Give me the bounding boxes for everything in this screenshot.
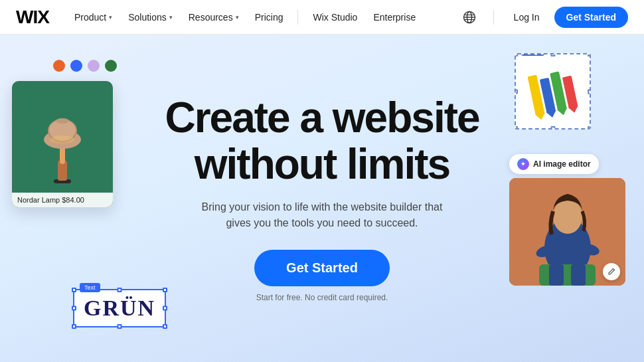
language-button[interactable] [459, 7, 480, 28]
navbar: WIX Product ▾ Solutions ▾ Resources ▾ Pr… [0, 0, 644, 35]
nav-item-solutions[interactable]: Solutions ▾ [121, 8, 179, 27]
image-box[interactable]: Image [515, 53, 591, 130]
nav-label-enterprise: Enterprise [373, 12, 416, 23]
color-dots [53, 60, 117, 72]
pencils-illustration [527, 67, 578, 115]
nav-actions: Log In Get Started [459, 7, 628, 28]
resize-handle-br[interactable] [163, 324, 167, 329]
dot-lavender [88, 60, 100, 72]
ai-photo [509, 178, 625, 286]
svg-rect-18 [539, 264, 596, 286]
resize-handle-ml[interactable] [72, 306, 76, 311]
handle-ml[interactable] [515, 89, 518, 94]
lamp-illustration [33, 101, 92, 187]
nav-item-enterprise[interactable]: Enterprise [366, 8, 422, 27]
ai-icon: ✦ [517, 158, 529, 170]
nav-label-solutions: Solutions [128, 12, 167, 23]
dot-green [105, 60, 117, 72]
ai-badge: ✦ AI image editor [509, 154, 599, 174]
handle-tc[interactable] [550, 53, 555, 56]
chevron-down-icon: ▾ [169, 14, 173, 21]
svg-rect-20 [571, 264, 586, 286]
nav-item-resources[interactable]: Resources ▾ [182, 8, 246, 27]
nav-label-resources: Resources [189, 12, 233, 23]
text-element-content: GRÜN [84, 296, 155, 320]
text-element[interactable]: Text GRÜN [73, 289, 166, 327]
text-element-wrapper: Text GRÜN [73, 289, 166, 327]
logo[interactable]: WIX [16, 7, 49, 28]
resize-handle-tc[interactable] [118, 288, 122, 292]
chevron-down-icon: ▾ [236, 14, 239, 21]
handle-mr[interactable] [588, 89, 591, 94]
resize-handle-mr[interactable] [163, 306, 167, 311]
hero-note: Start for free. No credit card required. [165, 293, 479, 302]
text-tag: Text [80, 283, 100, 292]
image-tag: Image [521, 53, 544, 56]
svg-point-11 [56, 118, 69, 124]
hero-title: Create a website without limits [165, 94, 479, 188]
nav-divider-2 [493, 10, 494, 25]
svg-point-17 [553, 199, 582, 234]
nav-divider [297, 10, 298, 25]
hero-section: Nordar Lamp $84.00 Create a website with… [0, 35, 644, 362]
resize-handle-bc[interactable] [118, 324, 122, 329]
lamp-card: Nordar Lamp $84.00 [12, 81, 113, 207]
edit-icon[interactable] [603, 263, 620, 280]
dot-orange [53, 60, 65, 72]
nav-label-wixstudio: Wix Studio [313, 12, 357, 23]
handle-tr[interactable] [588, 53, 591, 56]
nav-label-pricing: Pricing [255, 12, 283, 23]
handle-br[interactable] [588, 126, 591, 130]
lamp-label: Nordar Lamp $84.00 [12, 193, 113, 207]
handle-tl[interactable] [515, 53, 518, 56]
nav-item-pricing[interactable]: Pricing [248, 8, 290, 27]
svg-rect-19 [549, 264, 564, 286]
hero-content: Create a website without limits Bring yo… [165, 94, 479, 303]
handle-bl[interactable] [515, 126, 518, 130]
hero-subtitle: Bring your vision to life with the websi… [165, 199, 479, 231]
chevron-down-icon: ▾ [109, 14, 112, 21]
resize-handle-tl[interactable] [72, 288, 76, 292]
svg-point-12 [50, 136, 74, 143]
nav-label-product: Product [74, 12, 106, 23]
get-started-hero-button[interactable]: Get Started [254, 250, 390, 286]
resize-handle-bl[interactable] [72, 324, 76, 329]
nav-item-product[interactable]: Product ▾ [68, 8, 119, 27]
ai-panel: ✦ AI image editor [509, 154, 632, 286]
nav-item-wixstudio[interactable]: Wix Studio [306, 8, 364, 27]
ai-badge-label: AI image editor [533, 159, 591, 169]
get-started-nav-button[interactable]: Get Started [554, 7, 628, 28]
dot-blue [70, 60, 82, 72]
nav-items: Product ▾ Solutions ▾ Resources ▾ Pricin… [68, 8, 459, 27]
lamp-card-inner [12, 81, 113, 207]
login-button[interactable]: Log In [507, 8, 546, 27]
handle-bc[interactable] [550, 126, 555, 130]
